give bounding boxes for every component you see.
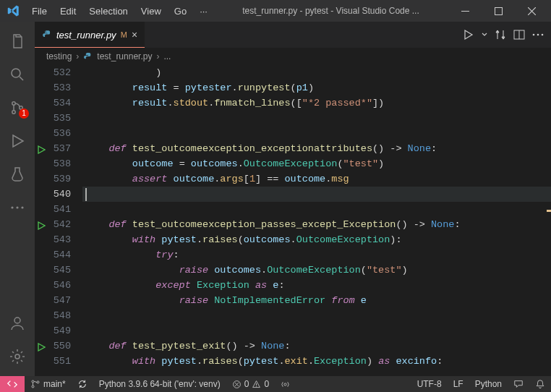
- run-file-dropdown-icon[interactable]: [482, 32, 487, 38]
- menu-item-go[interactable]: Go: [168, 3, 192, 20]
- gutter-spacer: [35, 233, 48, 248]
- split-editor-icon[interactable]: [513, 29, 525, 41]
- sync-icon: [77, 379, 87, 389]
- status-bar: main* Python 3.9.6 64-bit ('env': venv) …: [0, 376, 551, 392]
- line-number: 535: [48, 111, 71, 126]
- git-branch-status[interactable]: main*: [25, 376, 72, 392]
- problems-status[interactable]: 0 0: [226, 376, 275, 392]
- breadcrumb[interactable]: testing › test_runner.py › ...: [35, 48, 551, 65]
- line-number: 543: [48, 232, 71, 247]
- close-window-button[interactable]: [515, 0, 548, 22]
- gutter-spacer: [35, 324, 48, 339]
- run-test-icon[interactable]: [35, 142, 48, 157]
- run-test-icon[interactable]: [35, 218, 48, 233]
- code-line[interactable]: [82, 323, 551, 338]
- svg-point-22: [284, 383, 286, 385]
- more-actions-icon[interactable]: [532, 33, 544, 36]
- code-line[interactable]: with pytest.raises(pytest.exit.Exception…: [82, 354, 551, 369]
- run-test-icon[interactable]: [35, 339, 48, 354]
- svg-point-16: [32, 380, 34, 383]
- gutter-spacer: [35, 309, 48, 324]
- notifications-icon[interactable]: [529, 379, 551, 389]
- maximize-button[interactable]: [482, 0, 515, 22]
- explorer-icon[interactable]: [0, 25, 35, 58]
- gutter-spacer: [35, 127, 48, 142]
- testing-gutter: [35, 65, 48, 376]
- feedback-icon[interactable]: [508, 379, 529, 389]
- code-line[interactable]: def test_pytest_exit() -> None:: [82, 338, 551, 354]
- gutter-spacer: [35, 203, 48, 218]
- diff-icon[interactable]: [495, 29, 506, 41]
- menu-item-selection[interactable]: Selection: [83, 3, 133, 20]
- encoding-status[interactable]: UTF-8: [411, 379, 448, 389]
- line-number: 537: [48, 141, 71, 156]
- svg-point-15: [542, 34, 544, 36]
- menubar: FileEditSelectionViewGo···: [26, 3, 213, 20]
- svg-rect-0: [461, 11, 469, 12]
- breadcrumb-seg-file[interactable]: test_runner.py: [97, 51, 152, 61]
- run-debug-icon[interactable]: [0, 124, 35, 158]
- code-area[interactable]: ) result = pytester.runpytest(p1) result…: [82, 65, 551, 376]
- search-icon[interactable]: [0, 58, 35, 91]
- gutter-spacer: [35, 263, 48, 278]
- code-line[interactable]: [82, 202, 551, 217]
- accounts-icon[interactable]: [0, 307, 35, 340]
- line-number: 538: [48, 156, 71, 171]
- breadcrumb-seg-folder[interactable]: testing: [46, 51, 72, 61]
- source-control-icon[interactable]: 1: [0, 91, 35, 124]
- menu-item-···[interactable]: ···: [194, 3, 213, 20]
- code-line[interactable]: def test_outcomeexception_passes_except_…: [82, 217, 551, 232]
- code-line[interactable]: result.stdout.fnmatch_lines(["*2 passed*…: [82, 95, 551, 111]
- svg-point-7: [16, 206, 18, 208]
- language-mode-status[interactable]: Python: [469, 379, 508, 389]
- gutter-spacer: [35, 111, 48, 127]
- code-line[interactable]: try:: [82, 247, 551, 263]
- line-number: 549: [48, 323, 71, 338]
- run-file-icon[interactable]: [463, 29, 474, 41]
- tab-test-runner[interactable]: test_runner.py M ×: [35, 22, 145, 48]
- minimize-button[interactable]: [448, 0, 482, 22]
- line-number: 542: [48, 217, 71, 232]
- tab-close-icon[interactable]: ×: [132, 29, 137, 41]
- remote-indicator[interactable]: [0, 376, 25, 392]
- code-line[interactable]: [82, 308, 551, 323]
- more-views-icon[interactable]: [0, 191, 35, 224]
- code-line[interactable]: [82, 187, 551, 202]
- line-number: 547: [48, 293, 71, 308]
- code-line[interactable]: ): [82, 65, 551, 80]
- menu-item-edit[interactable]: Edit: [54, 3, 82, 20]
- svg-point-17: [32, 385, 34, 388]
- code-line[interactable]: [82, 111, 551, 126]
- code-line[interactable]: raise NotImplementedError from e: [82, 293, 551, 308]
- tab-modified-marker: M: [121, 30, 127, 39]
- gutter-spacer: [35, 354, 48, 370]
- python-interpreter-status[interactable]: Python 3.9.6 64-bit ('env': venv): [93, 376, 226, 392]
- menu-item-file[interactable]: File: [26, 3, 53, 20]
- code-line[interactable]: assert outcome.args[1] == outcome.msg: [82, 171, 551, 187]
- line-number: 541: [48, 202, 71, 217]
- breadcrumb-seg-symbol[interactable]: ...: [163, 51, 171, 61]
- line-number: 540: [48, 187, 71, 202]
- svg-point-21: [256, 386, 257, 387]
- code-line[interactable]: with pytest.raises(outcomes.OutcomeExcep…: [82, 232, 551, 247]
- gutter-spacer: [35, 172, 48, 187]
- svg-point-6: [11, 206, 13, 208]
- eol-status[interactable]: LF: [448, 379, 469, 389]
- line-number: 551: [48, 354, 71, 369]
- editor-actions: [456, 22, 551, 48]
- sync-status[interactable]: [72, 376, 93, 392]
- code-line[interactable]: result = pytester.runpytest(p1): [82, 80, 551, 95]
- line-number: 546: [48, 278, 71, 293]
- menu-item-view[interactable]: View: [135, 3, 167, 20]
- code-line[interactable]: except Exception as e:: [82, 278, 551, 293]
- code-line[interactable]: [82, 126, 551, 141]
- live-share-status[interactable]: [275, 376, 296, 392]
- testing-icon[interactable]: [0, 158, 35, 191]
- code-line[interactable]: outcome = outcomes.OutcomeException("tes…: [82, 156, 551, 171]
- svg-rect-1: [495, 7, 502, 14]
- settings-gear-icon[interactable]: [0, 340, 35, 373]
- code-line[interactable]: raise outcomes.OutcomeException("test"): [82, 263, 551, 278]
- editor[interactable]: 5325335345355365375385395405415425435445…: [35, 65, 551, 376]
- broadcast-icon: [281, 380, 290, 389]
- code-line[interactable]: def test_outcomeexception_exceptionattri…: [82, 141, 551, 156]
